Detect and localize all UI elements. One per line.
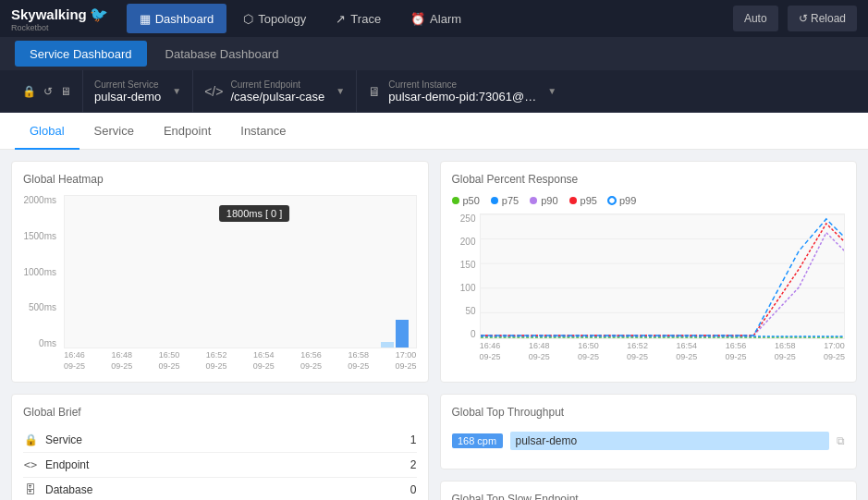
nav-dashboard-label: Dashboard bbox=[155, 12, 214, 26]
current-endpoint-label: Current Endpoint bbox=[230, 79, 324, 90]
heatmap-y-axis: 2000ms 1500ms 1000ms 500ms 0ms bbox=[23, 195, 60, 348]
throughput-badge: 168 cpm bbox=[452, 433, 503, 448]
p95-line bbox=[481, 224, 845, 335]
database-icon: 🗄 bbox=[23, 483, 38, 496]
current-service-selector[interactable]: Current Service pulsar-demo ▼ bbox=[83, 70, 193, 113]
heatmap-tooltip: 1800ms [ 0 ] bbox=[219, 205, 290, 222]
nav-trace[interactable]: ↗ Trace bbox=[323, 4, 394, 33]
current-endpoint-value: /case/pulsar-case bbox=[230, 90, 324, 104]
chart-y-150: 150 bbox=[460, 260, 476, 270]
legend-dot-p95 bbox=[569, 197, 577, 204]
legend-p75: p75 bbox=[491, 195, 519, 206]
chart-x-4: 16:5409-25 bbox=[676, 341, 697, 362]
current-instance-selector[interactable]: 🖥 Current Instance pulsar-demo-pid:73061… bbox=[357, 70, 568, 113]
tab-endpoint[interactable]: Endpoint bbox=[149, 113, 226, 150]
tabs-bar: Global Service Endpoint Instance bbox=[0, 113, 868, 150]
global-brief-title: Global Brief bbox=[23, 406, 417, 419]
logo-subtext: Rocketbot bbox=[11, 23, 108, 32]
nav-alarm[interactable]: ⏰ Alarm bbox=[397, 4, 474, 33]
reload-label: ↺ Reload bbox=[799, 12, 846, 25]
percent-response-chart bbox=[481, 214, 845, 338]
legend-dot-p50 bbox=[452, 197, 459, 204]
reload-button[interactable]: ↺ Reload bbox=[788, 6, 857, 31]
chart-x-axis: 16:4609-25 16:4809-25 16:5009-25 16:5209… bbox=[480, 339, 846, 361]
brief-item-endpoint: <> Endpoint 2 bbox=[23, 453, 417, 478]
database-dashboard-label: Database Dashboard bbox=[165, 47, 279, 61]
x-label-5: 16:5609-25 bbox=[300, 350, 322, 372]
heatmap-container: 2000ms 1500ms 1000ms 500ms 0ms 1800ms [ … bbox=[23, 195, 417, 371]
legend: p50 p75 p90 p95 p99 bbox=[452, 195, 846, 206]
refresh-icon[interactable]: ↺ bbox=[43, 85, 53, 98]
current-service-value: pulsar-demo bbox=[94, 90, 161, 104]
tab-service[interactable]: Service bbox=[79, 113, 149, 150]
heatmap-x-axis: 16:4609-25 16:4809-25 16:5009-25 16:5209… bbox=[64, 348, 417, 371]
current-service-label: Current Service bbox=[94, 79, 161, 90]
brief-endpoint-name: Endpoint bbox=[45, 458, 403, 471]
topology-icon: ⬡ bbox=[243, 12, 253, 26]
legend-label-p95: p95 bbox=[581, 195, 597, 206]
service-selector-lock: 🔒 ↺ 🖥 bbox=[11, 70, 83, 113]
y-label-0: 0ms bbox=[39, 338, 56, 348]
x-label-7: 17:0009-25 bbox=[395, 350, 416, 372]
endpoint-code-icon: </> bbox=[204, 84, 223, 99]
x-label-6: 16:5809-25 bbox=[348, 350, 369, 372]
global-percent-response-panel: Global Percent Response p50 p75 p90 p95 … bbox=[440, 161, 858, 383]
tab-global[interactable]: Global bbox=[15, 113, 79, 150]
service-lock-icon: 🔒 bbox=[23, 433, 38, 446]
current-instance-value: pulsar-demo-pid:73061@lipen... bbox=[388, 90, 536, 104]
sub-nav-service-dashboard[interactable]: Service Dashboard bbox=[15, 41, 147, 67]
auto-button[interactable]: Auto bbox=[733, 6, 778, 31]
brief-endpoint-count: 2 bbox=[410, 458, 417, 471]
chart-x-6: 16:5809-25 bbox=[775, 341, 796, 362]
chart-y-0: 0 bbox=[471, 329, 476, 339]
brief-list: 🔒 Service 1 <> Endpoint 2 🗄 Database 0 ▭… bbox=[23, 428, 417, 500]
throughput-item: 168 cpm pulsar-demo ⧉ bbox=[452, 428, 846, 454]
y-label-2000: 2000ms bbox=[23, 195, 56, 205]
chart-area bbox=[480, 213, 846, 339]
global-brief-panel: Global Brief 🔒 Service 1 <> Endpoint 2 🗄… bbox=[11, 394, 429, 500]
chart-x-0: 16:4609-25 bbox=[480, 341, 501, 362]
dashboard-icon: ▦ bbox=[140, 12, 151, 26]
global-percent-title: Global Percent Response bbox=[452, 173, 846, 186]
slow-title: Global Top Slow Endpoint bbox=[452, 493, 846, 500]
logo-bird-icon: 🐦 bbox=[90, 6, 108, 23]
legend-p99: p99 bbox=[608, 195, 636, 206]
trace-icon: ↗ bbox=[336, 12, 346, 26]
x-label-1: 16:4809-25 bbox=[111, 350, 132, 372]
y-label-1000: 1000ms bbox=[23, 267, 56, 277]
brief-database-count: 0 bbox=[410, 483, 417, 496]
x-label-2: 16:5009-25 bbox=[158, 350, 179, 372]
global-heatmap-title: Global Heatmap bbox=[23, 173, 417, 186]
copy-icon[interactable]: ⧉ bbox=[837, 434, 845, 447]
endpoint-code-icon2: <> bbox=[23, 458, 38, 471]
heatmap-bar2 bbox=[381, 342, 394, 348]
brief-item-database: 🗄 Database 0 bbox=[23, 478, 417, 500]
chart-y-200: 200 bbox=[460, 237, 476, 247]
legend-p95: p95 bbox=[569, 195, 597, 206]
heatmap-bar bbox=[396, 320, 409, 348]
p99-line bbox=[481, 219, 845, 335]
tab-instance[interactable]: Instance bbox=[226, 113, 300, 150]
brief-service-count: 1 bbox=[410, 433, 417, 446]
top-navigation: Skywalking 🐦 Rocketbot ▦ Dashboard ⬡ Top… bbox=[0, 0, 868, 37]
nav-trace-label: Trace bbox=[350, 12, 381, 26]
chart-x-2: 16:5009-25 bbox=[578, 341, 599, 362]
x-label-4: 16:5409-25 bbox=[253, 350, 275, 372]
legend-label-p75: p75 bbox=[502, 195, 519, 206]
current-endpoint-selector[interactable]: </> Current Endpoint /case/pulsar-case ▼ bbox=[193, 70, 357, 113]
sub-nav-database-dashboard[interactable]: Database Dashboard bbox=[151, 41, 294, 67]
legend-dot-p75 bbox=[491, 197, 498, 204]
nav-dashboard[interactable]: ▦ Dashboard bbox=[127, 4, 227, 33]
right-panels: Global Top Throughput 168 cpm pulsar-dem… bbox=[440, 394, 858, 500]
nav-topology[interactable]: ⬡ Topology bbox=[230, 4, 319, 33]
chart-y-100: 100 bbox=[460, 283, 476, 293]
x-label-0: 16:4609-25 bbox=[64, 350, 85, 372]
y-label-1500: 1500ms bbox=[23, 231, 56, 241]
throughput-title: Global Top Throughput bbox=[452, 406, 846, 419]
throughput-name: pulsar-demo bbox=[516, 434, 578, 447]
instance-chevron-icon: ▼ bbox=[547, 86, 556, 96]
sub-navigation: Service Dashboard Database Dashboard bbox=[0, 37, 868, 70]
legend-label-p90: p90 bbox=[541, 195, 557, 206]
auto-label: Auto bbox=[744, 12, 767, 25]
legend-p90: p90 bbox=[530, 195, 557, 206]
